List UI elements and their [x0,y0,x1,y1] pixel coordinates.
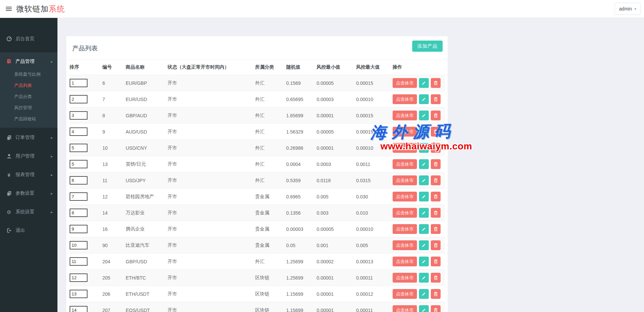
sort-input[interactable] [70,306,88,312]
cell-name: EUR/GBP [126,75,168,91]
edit-button[interactable] [419,159,429,169]
cell-category: 区块链 [255,286,286,302]
close-market-button[interactable]: 点击休市 [393,240,417,250]
close-market-button[interactable]: 点击休市 [393,257,417,266]
cell-id: 206 [102,286,126,302]
delete-button[interactable] [431,127,441,137]
delete-button[interactable] [431,175,441,185]
close-market-button[interactable]: 点击休市 [393,111,417,120]
close-market-button[interactable]: 点击休市 [393,127,417,137]
edit-button[interactable] [419,208,429,218]
close-market-button[interactable]: 点击休市 [393,175,417,185]
close-market-button[interactable]: 点击休市 [393,224,417,234]
sidebar-subitem-product-list[interactable]: 产品列表 [0,80,57,91]
sidebar-item-users[interactable]: 用户管理 ▸ [0,151,57,161]
user-menu[interactable]: admin ▾ [615,3,641,15]
cell-name: EUR/USD [126,91,168,107]
table-header-row: 排序 编号 商品名称 状态（大盘正常开市时间内） 所属分类 随机值 风控最小值 … [70,60,445,75]
page-title: 产品列表 [72,44,98,52]
close-market-button[interactable]: 点击休市 [393,94,417,104]
sort-input[interactable] [70,111,88,120]
edit-button[interactable] [419,175,429,185]
sort-input[interactable] [70,290,88,298]
edit-button[interactable] [419,111,429,120]
edit-button[interactable] [419,94,429,104]
edit-button[interactable] [419,127,429,137]
sidebar-item-dashboard[interactable]: 后台首页 [0,34,57,44]
delete-button[interactable] [431,273,441,283]
sidebar-subitem-risk-management[interactable]: 风控管理 [0,102,57,113]
edit-button[interactable] [419,240,429,250]
table-row: 90 比亚迪汽车 开市 贵金属 0.05 0.001 0.005 点击休市 [70,237,445,254]
sidebar-item-label: 参数设置 [16,190,34,196]
sort-input[interactable] [70,241,88,249]
edit-button[interactable] [419,257,429,266]
sidebar-subitem-product-category[interactable]: 产品分类 [0,91,57,102]
edit-button[interactable] [419,78,429,88]
edit-button[interactable] [419,143,429,153]
delete-button[interactable] [431,143,441,153]
yen-icon: ¥ [6,172,12,178]
trash-icon [433,80,438,86]
hamburger-menu-icon[interactable] [6,6,12,12]
sort-input[interactable] [70,176,88,185]
cell-category: 外汇 [255,124,286,140]
edit-button[interactable] [419,273,429,283]
sidebar-item-reports[interactable]: ¥ 报表管理 ▸ [0,170,57,180]
add-product-button[interactable]: 添加产品 [412,41,443,52]
sidebar-item-parameters[interactable]: 参数设置 ▸ [0,188,57,198]
pencil-icon [421,113,426,118]
cell-category: 外汇 [255,75,286,91]
close-market-button[interactable]: 点击休市 [393,305,417,312]
close-market-button[interactable]: 点击休市 [393,143,417,153]
delete-button[interactable] [431,78,441,88]
col-header-risk-max: 风控最大值 [356,60,393,75]
sidebar-item-orders[interactable]: 订单管理 ▸ [0,133,57,143]
sort-input[interactable] [70,192,88,201]
close-market-button[interactable]: 点击休市 [393,273,417,283]
delete-button[interactable] [431,289,441,299]
sort-input[interactable] [70,79,88,87]
product-list-card: 产品列表 添加产品 排序 编号 商品名称 状态（大盘正常开市时间内） 所属分类 … [66,36,448,312]
delete-button[interactable] [431,305,441,312]
cell-risk-max: 0.00011 [356,270,393,286]
close-market-button[interactable]: 点击休市 [393,159,417,169]
sidebar-item-logout[interactable]: 退出 [0,225,57,236]
close-market-button[interactable]: 点击休市 [393,78,417,88]
sidebar-item-product-management[interactable]: Ƀ 产品管理 ▸ [0,56,57,67]
delete-button[interactable] [431,240,441,250]
sidebar-item-system-settings[interactable]: ⚙ 系统设置 ▸ [0,207,57,217]
close-market-button[interactable]: 点击休市 [393,208,417,218]
cell-risk-min: 0.00001 [317,286,356,302]
sidebar-subitem-profit-ratio[interactable]: 系统盈亏比例 [0,69,57,80]
table-row: 204 GBP/USD 开市 外汇 1.25699 0.00002 0.0001… [70,254,445,270]
sort-input[interactable] [70,160,88,168]
main-content: 产品列表 添加产品 排序 编号 商品名称 状态（大盘正常开市时间内） 所属分类 … [57,18,644,312]
close-market-button[interactable]: 点击休市 [393,289,417,299]
sidebar-subitem-product-recycle-bin[interactable]: 产品回收站 [0,113,57,124]
sort-input[interactable] [70,95,88,103]
col-header-random: 随机值 [286,60,317,75]
edit-button[interactable] [419,224,429,234]
col-header-sort: 排序 [70,60,102,75]
trash-icon [433,226,438,232]
edit-button[interactable] [419,305,429,312]
edit-button[interactable] [419,289,429,299]
brand-logo[interactable]: 微软链加系统 [16,4,65,14]
delete-button[interactable] [431,257,441,266]
edit-button[interactable] [419,192,429,201]
delete-button[interactable] [431,224,441,234]
delete-button[interactable] [431,192,441,201]
sort-input[interactable] [70,225,88,233]
sort-input[interactable] [70,209,88,217]
sort-input[interactable] [70,127,88,136]
delete-button[interactable] [431,208,441,218]
delete-button[interactable] [431,94,441,104]
sort-input[interactable] [70,273,88,282]
brand-accent: 系统 [49,4,65,13]
close-market-button[interactable]: 点击休市 [393,192,417,201]
sort-input[interactable] [70,257,88,266]
delete-button[interactable] [431,111,441,120]
sort-input[interactable] [70,144,88,152]
delete-button[interactable] [431,159,441,169]
